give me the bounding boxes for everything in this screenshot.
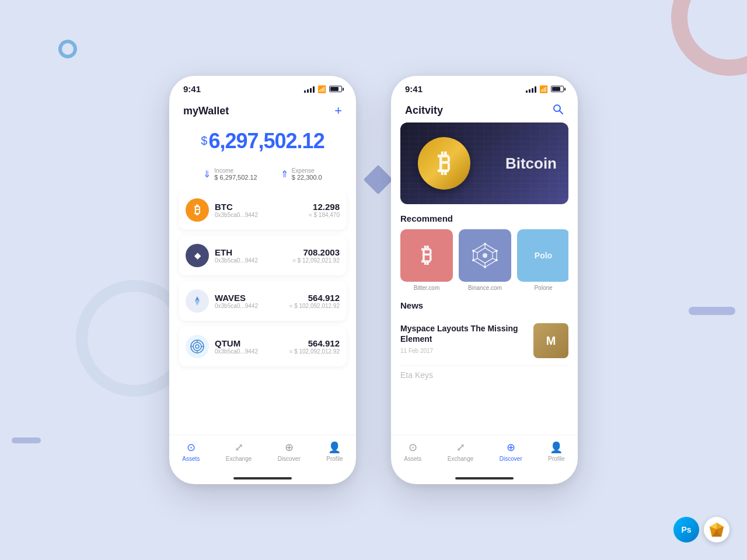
nav-profile-1[interactable]: 👤 Profile	[326, 441, 343, 462]
bitter-img: ₿	[400, 229, 453, 282]
discover-nav-label: Discover	[278, 456, 301, 462]
nav-profile-2[interactable]: 👤 Profile	[548, 441, 564, 462]
wallet-header: myWallet +	[169, 97, 356, 123]
coin-item-btc[interactable]: ₿ BTC 0x3b5ca0...9442 12.298 ≈ $ 184,470	[179, 190, 347, 230]
discover-nav-icon: ⊕	[285, 441, 294, 454]
coin-item-qtum[interactable]: QTUM 0x3b5ca0...9442 564.912 ≈ $ 102,092…	[179, 327, 347, 366]
wifi-icon: 📶	[317, 85, 326, 93]
nav-discover-2[interactable]: ⊕ Discover	[500, 441, 522, 462]
qtum-usd: ≈ $ 102,092,012.92	[289, 348, 340, 355]
nav-assets-1[interactable]: ⊙ Assets	[182, 441, 200, 462]
bitcoin-coin: ₿	[418, 137, 470, 190]
btc-amount: 12.298	[309, 202, 340, 212]
signal-icon-2	[526, 86, 536, 93]
coin-item-waves[interactable]: WAVES 0x3b5ca0...9442 564.912 ≈ $ 102,09…	[179, 281, 347, 321]
btc-icon: ₿	[186, 198, 209, 222]
recommend-polone[interactable]: Polo Polone	[517, 229, 568, 291]
income-item: ⇓ Income $ 6,297,502.12	[203, 167, 257, 181]
eth-usd: ≈ $ 12,092,021.92	[292, 257, 340, 264]
recommend-section-title: Recommend	[400, 214, 568, 223]
nav-discover-1[interactable]: ⊕ Discover	[278, 441, 301, 462]
news-item-myspace[interactable]: Myspace Layouts The Missing Element 11 F…	[400, 316, 568, 366]
recommend-bitter[interactable]: ₿ Bitter.com	[400, 229, 453, 291]
news-headline-myspace: Myspace Layouts The Missing Element	[400, 323, 528, 344]
svg-point-22	[472, 250, 474, 252]
profile-nav-icon-2: 👤	[550, 441, 563, 454]
status-icons-1: 📶	[304, 85, 342, 93]
binance-img	[459, 229, 511, 282]
waves-icon	[186, 289, 209, 313]
activity-header: Acitvity	[391, 97, 578, 123]
discover-nav-label-2: Discover	[500, 456, 522, 462]
nav-exchange-2[interactable]: ⤢ Exchange	[448, 441, 473, 462]
waves-usd: ≈ $ 102,092,012.92	[289, 303, 340, 309]
bottom-nav-1: ⊙ Assets ⤢ Exchange ⊕ Discover 👤 Profile	[169, 435, 356, 474]
eth-amount: 708.2003	[292, 247, 340, 257]
assets-nav-label-2: Assets	[404, 456, 421, 462]
bitter-name: Bitter.com	[400, 285, 453, 291]
svg-point-3	[193, 342, 201, 351]
phone-wallet: 9:41 📶 myWallet + $6,297,50	[169, 76, 356, 484]
bg-rect-decoration-right	[689, 307, 735, 315]
exchange-nav-label: Exchange	[226, 456, 252, 462]
btc-usd: ≈ $ 184,470	[309, 212, 340, 218]
assets-nav-icon: ⊙	[187, 441, 196, 454]
qtum-address: 0x3b5ca0...9442	[215, 348, 289, 355]
income-label: Income	[214, 167, 257, 174]
search-button[interactable]	[552, 103, 564, 118]
featured-bitcoin-card[interactable]: ₿ Bitcoin	[400, 123, 568, 204]
status-bar-1: 9:41 📶	[169, 76, 356, 97]
exchange-nav-icon: ⤢	[235, 441, 243, 454]
add-wallet-button[interactable]: +	[334, 103, 342, 118]
wifi-icon-2: 📶	[539, 85, 548, 93]
news-thumb-myspace: M	[533, 323, 568, 358]
recommend-binance[interactable]: Binance.com	[459, 229, 511, 291]
waves-amount: 564.912	[289, 293, 340, 303]
status-time-2: 9:41	[405, 84, 423, 94]
signal-icon	[304, 86, 315, 93]
status-icons-2: 📶	[526, 85, 564, 93]
news-headline-eta: Eta Keys	[400, 370, 568, 380]
news-section-title: News	[400, 300, 568, 310]
assets-nav-label: Assets	[182, 456, 200, 462]
nav-assets-2[interactable]: ⊙ Assets	[404, 441, 421, 462]
expense-label: Expense	[292, 167, 322, 174]
income-value: $ 6,297,502.12	[214, 174, 257, 181]
coin-list: ₿ BTC 0x3b5ca0...9442 12.298 ≈ $ 184,470…	[169, 190, 356, 435]
svg-point-21	[484, 266, 486, 268]
nav-exchange-1[interactable]: ⤢ Exchange	[226, 441, 252, 462]
expense-item: ⇑ Expense $ 22,300.0	[281, 167, 322, 181]
profile-nav-label-2: Profile	[548, 456, 564, 462]
svg-point-20	[484, 243, 486, 245]
status-time-1: 9:41	[183, 84, 201, 94]
status-bar-2: 9:41 📶	[391, 76, 578, 97]
battery-icon-2	[551, 86, 564, 92]
activity-title: Acitvity	[405, 104, 443, 117]
battery-icon	[329, 86, 342, 92]
sketch-badge	[704, 517, 729, 542]
photoshop-badge: Ps	[673, 517, 699, 542]
exchange-nav-label-2: Exchange	[448, 456, 473, 462]
balance-dollar-sign: $	[201, 134, 207, 147]
svg-point-23	[495, 250, 498, 252]
svg-marker-1	[195, 300, 200, 306]
wallet-title: myWallet	[183, 105, 229, 117]
qtum-name: QTUM	[215, 338, 289, 348]
bottom-nav-2: ⊙ Assets ⤢ Exchange ⊕ Discover 👤 Profile	[391, 435, 578, 474]
income-icon: ⇓	[203, 169, 211, 180]
qtum-icon	[186, 335, 209, 358]
discover-nav-icon-2: ⊕	[507, 441, 515, 454]
income-expense-row: ⇓ Income $ 6,297,502.12 ⇑ Expense $ 22,3…	[169, 163, 356, 190]
tools-watermark: Ps	[673, 517, 729, 542]
bg-circle-decoration	[58, 40, 77, 58]
waves-address: 0x3b5ca0...9442	[215, 303, 289, 309]
svg-point-24	[472, 259, 474, 261]
svg-point-19	[483, 253, 487, 258]
expense-value: $ 22,300.0	[292, 174, 322, 181]
svg-point-25	[495, 259, 498, 261]
news-item-eta[interactable]: Eta Keys	[400, 366, 568, 384]
polone-img: Polo	[517, 229, 568, 282]
recommend-scroll: ₿ Bitter.com	[400, 229, 568, 291]
coin-item-eth[interactable]: ◆ ETH 0x3b5ca0...9442 708.2003 ≈ $ 12,09…	[179, 236, 347, 275]
home-indicator-1	[169, 474, 356, 484]
